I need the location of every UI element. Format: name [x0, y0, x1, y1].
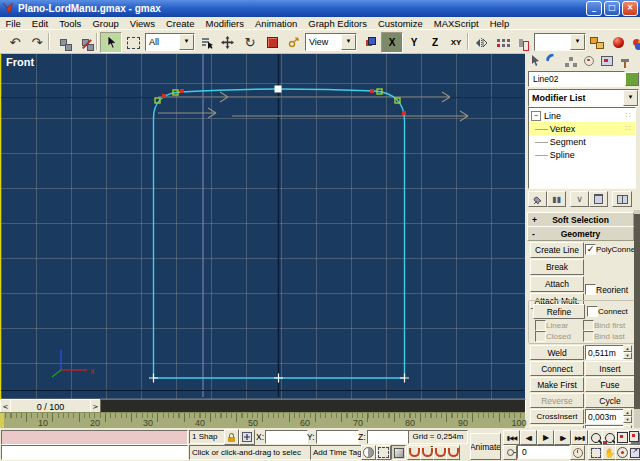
maxscript-listener-pink[interactable]: [1, 430, 188, 445]
rotate-button[interactable]: ↻: [239, 32, 261, 53]
array-button[interactable]: [491, 32, 513, 53]
tab-display[interactable]: [598, 53, 616, 68]
region-zoom-button[interactable]: [588, 445, 603, 460]
select-by-name-button[interactable]: [196, 32, 218, 53]
stack-row-segment[interactable]: ── Segment: [529, 135, 635, 148]
reverse-button[interactable]: Reverse: [530, 393, 584, 408]
make-unique-button[interactable]: ∨: [570, 191, 589, 207]
insert-button[interactable]: Insert: [585, 361, 635, 376]
select-object-button[interactable]: [100, 32, 122, 53]
attach-button[interactable]: Attach: [530, 276, 584, 292]
go-to-start-button[interactable]: ▮◀◀: [503, 430, 520, 445]
stack-row-spline[interactable]: ── Spline: [529, 148, 635, 161]
weld-value-field[interactable]: 0,511m: [585, 345, 626, 360]
minmax-toggle-button[interactable]: [628, 445, 640, 460]
viewport-canvas[interactable]: x: [1, 54, 524, 397]
mirror-button[interactable]: [470, 32, 492, 53]
selection-region-button[interactable]: [376, 445, 391, 460]
menu-create[interactable]: Create: [160, 18, 200, 29]
maximize-button[interactable]: □: [604, 1, 620, 16]
absolute-offset-button[interactable]: [239, 429, 255, 445]
previous-frame-button[interactable]: ◀▮: [520, 430, 537, 445]
selected-vertex[interactable]: [275, 86, 282, 93]
key-mode-button[interactable]: [503, 445, 517, 460]
object-name-input[interactable]: [531, 72, 624, 86]
break-button[interactable]: Break: [530, 259, 584, 275]
bind-last-checkbox[interactable]: [583, 331, 594, 342]
menu-tools[interactable]: Tools: [54, 18, 87, 29]
restrict-x-button[interactable]: X: [381, 32, 403, 53]
panel-scrollbar-thumb[interactable]: [634, 214, 640, 409]
crossinsert-spinner[interactable]: ▲▼: [623, 409, 632, 423]
pin-stack-button[interactable]: [528, 191, 547, 207]
schematic-view-button[interactable]: [586, 32, 608, 53]
linear-checkbox[interactable]: [535, 320, 546, 331]
minimize-button[interactable]: _: [586, 1, 602, 16]
zoom-extents-all-button[interactable]: [628, 430, 640, 445]
time-slider-track[interactable]: [100, 399, 526, 413]
x-input[interactable]: [268, 431, 307, 443]
titlebar[interactable]: Plano-LordManu.gmax - gmax _ □ ×: [0, 0, 640, 17]
z-coordinate-field[interactable]: [367, 430, 409, 444]
menu-graph-editors[interactable]: Graph Editors: [303, 18, 373, 29]
menu-views[interactable]: Views: [124, 18, 160, 29]
menu-group[interactable]: Group: [87, 18, 124, 29]
create-line-button[interactable]: Create Line: [530, 242, 584, 258]
menu-help[interactable]: Help: [484, 18, 515, 29]
crossinsert-button[interactable]: CrossInsert: [530, 409, 584, 424]
named-selection-combo[interactable]: ▼: [534, 33, 586, 51]
restrict-z-button[interactable]: Z: [424, 32, 446, 53]
scale-button[interactable]: [261, 32, 283, 53]
track-bar[interactable]: 10 20 30 40 50 60 70 80 90 100: [0, 412, 525, 429]
menu-edit[interactable]: Edit: [26, 18, 53, 29]
crossing-toggle-button[interactable]: [391, 445, 406, 460]
object-name-field[interactable]: [528, 71, 625, 87]
panel-scrollbar[interactable]: [634, 210, 640, 437]
use-pivot-button[interactable]: [358, 32, 380, 53]
front-viewport[interactable]: x Front: [0, 53, 527, 400]
cycle-button[interactable]: Cycle: [585, 393, 635, 408]
refine-button[interactable]: Refine: [533, 304, 585, 319]
connect-button[interactable]: Connect: [530, 361, 584, 376]
weld-spinner[interactable]: ▲▼: [623, 345, 632, 359]
reorient-checkbox[interactable]: [585, 284, 596, 295]
go-to-end-button[interactable]: ▶▶▮: [571, 430, 588, 445]
current-frame-marker[interactable]: [0, 413, 4, 429]
move-button[interactable]: [216, 32, 238, 53]
soft-selection-rollout[interactable]: + Soft Selection: [527, 212, 634, 227]
tab-utilities[interactable]: [616, 53, 634, 68]
show-end-result-button[interactable]: ▮▮: [547, 191, 566, 207]
dimension-arrows[interactable]: [158, 92, 468, 121]
material-editor-button[interactable]: [607, 32, 629, 53]
y-coordinate-field[interactable]: [316, 430, 359, 444]
menu-file[interactable]: File: [0, 18, 26, 29]
object-color-swatch[interactable]: [625, 72, 639, 86]
spinner-snap-button[interactable]: ↕: [446, 445, 460, 460]
snap-3d-button[interactable]: 3: [407, 445, 421, 460]
configure-modifier-sets-button[interactable]: [612, 191, 632, 207]
rect-selection-button[interactable]: [122, 32, 144, 53]
remove-modifier-button[interactable]: [589, 191, 608, 207]
maxscript-listener-white[interactable]: [1, 445, 188, 460]
z-input[interactable]: [370, 431, 408, 443]
polyconnect-checkbox[interactable]: ✓: [585, 244, 596, 255]
restrict-xy-button[interactable]: XY: [445, 32, 467, 53]
manipulate-button[interactable]: [282, 32, 304, 53]
selection-filter-dropdown[interactable]: All ▼: [145, 33, 195, 51]
selection-lock-button[interactable]: [224, 429, 239, 445]
tab-create[interactable]: [526, 53, 544, 68]
menu-customize[interactable]: Customize: [372, 18, 428, 29]
modifier-list-dropdown[interactable]: Modifier List ▼: [528, 89, 639, 107]
refine-connect-checkbox[interactable]: [587, 306, 598, 317]
menu-maxscript[interactable]: MAXScript: [428, 18, 484, 29]
current-frame-field[interactable]: [517, 445, 570, 459]
restrict-y-button[interactable]: Y: [403, 32, 425, 53]
crossinsert-value-field[interactable]: 0,003m: [585, 409, 626, 424]
undo-button[interactable]: ↶: [4, 32, 26, 53]
align-button[interactable]: [512, 32, 534, 53]
tab-motion[interactable]: [580, 53, 598, 68]
stack-row-line[interactable]: − Line ∷: [529, 109, 635, 122]
current-frame-input[interactable]: [520, 446, 569, 458]
closed-checkbox[interactable]: [535, 331, 546, 342]
fuse-button[interactable]: Fuse: [585, 377, 635, 392]
